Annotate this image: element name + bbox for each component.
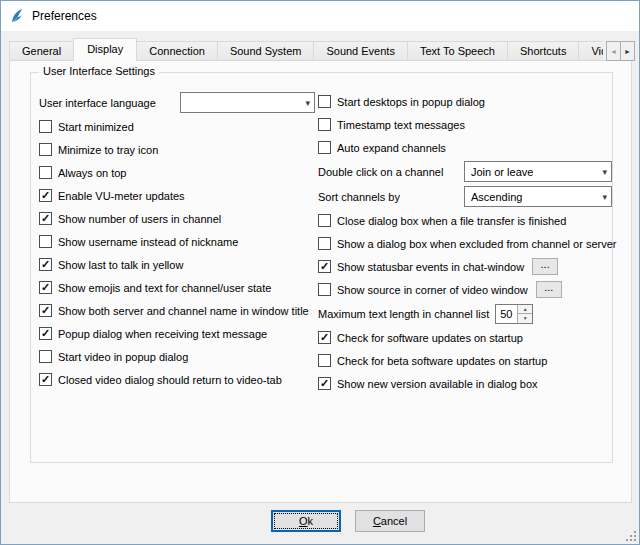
ok-button[interactable]: Ok <box>271 510 341 532</box>
checkbox-start-video-popup[interactable]: Start video in popup dialog <box>39 345 315 368</box>
arrow-down-icon: ▼ <box>523 315 528 321</box>
sort-channels-value: Ascending <box>471 191 522 203</box>
checkbox-box: ✓ <box>39 258 52 271</box>
checkbox-label: Show statusbar events in chat-window <box>337 261 524 273</box>
checkbox-label: Show new version available in dialog box <box>337 378 538 390</box>
arrow-up-icon: ▲ <box>523 306 528 312</box>
checkbox-box <box>318 237 331 250</box>
titlebar[interactable]: Preferences <box>1 1 639 31</box>
checkbox-box: ✓ <box>318 331 331 344</box>
checkbox-popup-dialog-text-message[interactable]: ✓ Popup dialog when receiving text messa… <box>39 322 315 345</box>
checkbox-label: Start minimized <box>58 121 134 133</box>
tab-display[interactable]: Display <box>73 38 137 61</box>
chevron-down-icon: ▾ <box>602 192 607 202</box>
statusbar-events-row: ✓ Show statusbar events in chat-window .… <box>318 255 612 278</box>
checkbox-close-dialog-file-transfer[interactable]: Close dialog box when a file transfer is… <box>318 209 612 232</box>
checkbox-box <box>39 120 52 133</box>
cancel-button[interactable]: Cancel <box>355 510 425 532</box>
checkbox-label: Check for software updates on startup <box>337 332 523 344</box>
group-title: User Interface Settings <box>39 65 159 77</box>
spinner-down-button[interactable]: ▼ <box>518 314 532 323</box>
checkbox-label: Show emojis and text for channel/user st… <box>58 282 271 294</box>
checkbox-show-number-of-users[interactable]: ✓ Show number of users in channel <box>39 207 315 230</box>
checkbox-minimize-to-tray-icon[interactable]: Minimize to tray icon <box>39 138 315 161</box>
tab-general[interactable]: General <box>9 41 74 60</box>
tab-video[interactable]: Video <box>578 41 603 60</box>
checkbox-auto-expand-channels[interactable]: Auto expand channels <box>318 136 612 159</box>
checkbox-box: ✓ <box>39 373 52 386</box>
checkbox-show-emojis-text-state[interactable]: ✓ Show emojis and text for channel/user … <box>39 276 315 299</box>
checkbox-label: Show both server and channel name in win… <box>58 305 309 317</box>
double-click-label: Double click on a channel <box>318 166 443 178</box>
checkbox-show-new-version-dialog[interactable]: ✓ Show new version available in dialog b… <box>318 372 612 395</box>
language-select[interactable]: ▾ <box>180 92 315 113</box>
tab-sound-system[interactable]: Sound System <box>217 41 315 60</box>
checkbox-start-minimized[interactable]: Start minimized <box>39 115 315 138</box>
chevron-down-icon: ▾ <box>602 167 607 177</box>
checkbox-video-source-corner[interactable]: Show source in corner of video window <box>318 283 528 296</box>
checkbox-label: Closed video dialog should return to vid… <box>58 374 282 386</box>
max-text-length-spinner[interactable]: 50 ▲ ▼ <box>495 304 533 324</box>
checkbox-show-last-to-talk-yellow[interactable]: ✓ Show last to talk in yellow <box>39 253 315 276</box>
tab-connection[interactable]: Connection <box>136 41 218 60</box>
checkbox-label: Timestamp text messages <box>337 119 465 131</box>
checkbox-start-desktops-popup[interactable]: Start desktops in popup dialog <box>318 90 612 113</box>
tab-bar: General Display Connection Sound System … <box>9 38 603 61</box>
max-text-length-row: Maximum text length in channel list 50 ▲… <box>318 301 612 326</box>
dialog-footer: Ok Cancel <box>1 510 639 532</box>
spinner-value: 50 <box>496 305 517 323</box>
checkbox-check-software-updates[interactable]: ✓ Check for software updates on startup <box>318 326 612 349</box>
tab-scroll-left-button[interactable]: ◄ <box>606 41 621 61</box>
checkbox-label: Always on top <box>58 167 126 179</box>
checkbox-timestamp-text-messages[interactable]: Timestamp text messages <box>318 113 612 136</box>
checkbox-label: Show a dialog box when excluded from cha… <box>337 238 616 250</box>
tab-sound-events[interactable]: Sound Events <box>313 41 408 60</box>
checkbox-box: ✓ <box>39 327 52 340</box>
checkbox-dialog-when-excluded[interactable]: Show a dialog box when excluded from cha… <box>318 232 612 255</box>
chevron-down-icon: ▾ <box>305 98 310 108</box>
checkbox-box <box>318 354 331 367</box>
checkbox-box <box>318 283 331 296</box>
checkbox-box: ✓ <box>39 212 52 225</box>
checkbox-enable-vu-meter-updates[interactable]: ✓ Enable VU-meter updates <box>39 184 315 207</box>
checkbox-label: Show last to talk in yellow <box>58 259 183 271</box>
checkbox-check-beta-updates[interactable]: Check for beta software updates on start… <box>318 349 612 372</box>
checkbox-closed-video-return-tab[interactable]: ✓ Closed video dialog should return to v… <box>39 368 315 391</box>
checkbox-box <box>318 95 331 108</box>
checkbox-statusbar-events-chat[interactable]: ✓ Show statusbar events in chat-window <box>318 260 524 273</box>
tab-text-to-speech[interactable]: Text To Speech <box>407 41 508 60</box>
checkbox-box: ✓ <box>39 281 52 294</box>
checkbox-show-username-instead-nickname[interactable]: Show username instead of nickname <box>39 230 315 253</box>
checkbox-label: Show source in corner of video window <box>337 284 528 296</box>
resize-grip[interactable] <box>626 531 636 541</box>
spinner-up-button[interactable]: ▲ <box>518 305 532 315</box>
checkbox-box: ✓ <box>39 189 52 202</box>
double-click-channel-select[interactable]: Join or leave ▾ <box>464 161 612 182</box>
arrow-left-icon: ◄ <box>610 48 617 55</box>
statusbar-events-config-button[interactable]: ... <box>532 258 558 275</box>
checkbox-show-server-channel-in-title[interactable]: ✓ Show both server and channel name in w… <box>39 299 315 322</box>
preferences-window: Preferences General Display Connection S… <box>0 0 640 545</box>
checkbox-box <box>39 166 52 179</box>
checkbox-label: Minimize to tray icon <box>58 144 158 156</box>
max-text-length-label: Maximum text length in channel list <box>318 308 489 320</box>
double-click-row: Double click on a channel Join or leave … <box>318 159 612 184</box>
checkbox-box <box>39 235 52 248</box>
ok-button-label: Ok <box>299 515 313 527</box>
video-source-config-button[interactable]: ... <box>536 281 562 298</box>
sort-channels-label: Sort channels by <box>318 191 400 203</box>
cancel-button-label: Cancel <box>373 515 407 527</box>
checkbox-box <box>318 141 331 154</box>
sort-channels-select[interactable]: Ascending ▾ <box>464 186 612 207</box>
left-column: User interface language ▾ Start minimize… <box>39 90 315 391</box>
checkbox-label: Close dialog box when a file transfer is… <box>337 215 566 227</box>
right-column: Start desktops in popup dialog Timestamp… <box>318 90 612 395</box>
checkbox-box: ✓ <box>318 260 331 273</box>
checkbox-always-on-top[interactable]: Always on top <box>39 161 315 184</box>
tab-shortcuts[interactable]: Shortcuts <box>507 41 579 60</box>
group-user-interface-settings: User Interface Settings User interface l… <box>30 72 613 463</box>
tab-scroll-right-button[interactable]: ► <box>620 41 635 61</box>
checkbox-label: Auto expand channels <box>337 142 446 154</box>
tab-scroll-buttons: ◄ ► <box>607 41 635 61</box>
video-source-row: Show source in corner of video window ..… <box>318 278 612 301</box>
